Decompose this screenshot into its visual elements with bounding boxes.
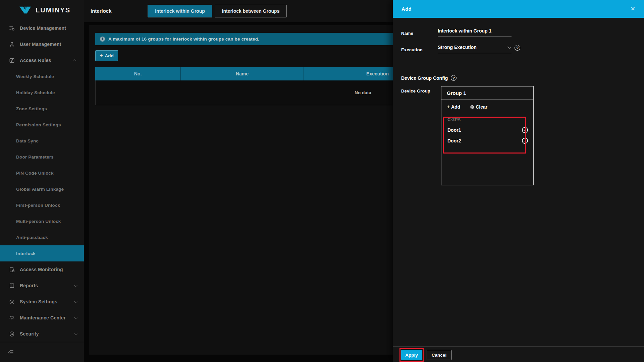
tab-interlock-between-groups[interactable]: Interlock between Groups <box>215 5 287 17</box>
plus-icon: + <box>447 104 450 110</box>
group-toolbar: + Add Clear <box>441 100 533 114</box>
device-group-label: Device Group <box>401 88 430 94</box>
chevron-down-icon <box>74 284 77 287</box>
user-icon <box>9 41 15 48</box>
chevron-down-icon <box>74 332 77 335</box>
sidebar-item-system-settings[interactable]: System Settings <box>0 294 84 310</box>
drawer-header: Add ✕ <box>393 0 644 18</box>
device-row-parent: C-2PA <box>441 114 533 125</box>
info-icon: i <box>100 37 105 42</box>
sidebar-footer <box>0 342 84 362</box>
sidebar: LUMINYS Device Management User Managemen… <box>0 0 84 362</box>
group-add-button[interactable]: + Add <box>447 104 460 110</box>
shield-icon <box>9 331 15 337</box>
chevron-down-icon <box>507 45 511 49</box>
no-data-text: No data <box>355 90 371 95</box>
device-group-config-title: Device Group Config ? <box>401 75 457 81</box>
config-help-icon[interactable]: ? <box>451 75 457 81</box>
execution-label: Execution <box>401 47 423 52</box>
sidebar-item-user-management[interactable]: User Management <box>0 36 84 52</box>
page-title: Interlock <box>91 8 112 14</box>
execution-select[interactable]: Strong Execution <box>438 45 512 53</box>
close-icon[interactable]: ✕ <box>631 5 635 12</box>
luminys-logo-icon <box>19 6 32 14</box>
sidebar-item-access-monitoring[interactable]: Access Monitoring <box>0 261 84 278</box>
add-group-button[interactable]: + Add <box>95 50 118 61</box>
sidebar-item-door-parameters[interactable]: Door Parameters <box>0 149 84 165</box>
chevron-down-icon <box>74 300 77 303</box>
access-rules-icon <box>9 57 15 64</box>
sidebar-item-data-sync[interactable]: Data Sync <box>0 133 84 149</box>
brush-icon <box>470 105 475 110</box>
device-row-door1: Door1 − <box>441 125 533 135</box>
column-header-no: No. <box>95 67 181 80</box>
sidebar-item-permission-settings[interactable]: Permission Settings <box>0 117 84 133</box>
plus-icon: + <box>100 53 103 59</box>
tab-interlock-within-group[interactable]: Interlock within Group <box>148 5 212 17</box>
cancel-button[interactable]: Cancel <box>427 350 451 360</box>
sidebar-item-zone-settings[interactable]: Zone Settings <box>0 101 84 117</box>
chevron-up-icon <box>73 59 76 62</box>
device-row-door2: Door2 − <box>441 135 533 146</box>
remove-device-icon[interactable]: − <box>522 127 528 133</box>
sidebar-item-global-alarm-linkage[interactable]: Global Alarm Linkage <box>0 181 84 197</box>
sidebar-item-maintenance-center[interactable]: Maintenance Center <box>0 310 84 326</box>
gear-icon <box>9 299 15 305</box>
sidebar-item-pin-code-unlock[interactable]: PIN Code Unlock <box>0 165 84 181</box>
group-clear-button[interactable]: Clear <box>470 104 487 110</box>
group-title: Group 1 <box>441 86 533 100</box>
sidebar-item-first-person-unlock[interactable]: First-person Unlock <box>0 197 84 213</box>
device-group-box: Group 1 + Add Clear C-2PA Door1 − Door2 … <box>441 86 534 185</box>
device-list-icon <box>9 25 15 32</box>
sidebar-item-security[interactable]: Security <box>0 326 84 342</box>
remove-device-icon[interactable]: − <box>522 138 528 144</box>
monitoring-icon <box>9 266 15 273</box>
collapse-sidebar-icon[interactable] <box>7 349 14 356</box>
execution-help-icon[interactable]: ? <box>515 45 520 51</box>
brand-name: LUMINYS <box>36 6 70 14</box>
apply-button[interactable]: Apply <box>401 350 422 360</box>
sidebar-item-device-management[interactable]: Device Management <box>0 20 84 36</box>
gauge-icon <box>9 315 15 321</box>
sidebar-item-interlock[interactable]: Interlock <box>0 245 84 261</box>
chevron-down-icon <box>74 316 77 319</box>
sidebar-item-multi-person-unlock[interactable]: Multi-person Unlock <box>0 213 84 229</box>
sidebar-item-reports[interactable]: Reports <box>0 278 84 294</box>
info-banner-text: A maximum of 16 groups for interlock wit… <box>108 37 259 42</box>
sidebar-item-weekly-schedule[interactable]: Weekly Schedule <box>0 68 84 84</box>
add-drawer: Add ✕ Name Interlock within Group 1 Exec… <box>393 0 644 362</box>
drawer-title: Add <box>401 6 412 12</box>
sidebar-item-access-rules[interactable]: Access Rules <box>0 52 84 68</box>
name-input[interactable]: Interlock within Group 1 <box>438 28 512 37</box>
reports-icon <box>9 283 15 289</box>
sidebar-item-holiday-schedule[interactable]: Holiday Schedule <box>0 84 84 101</box>
column-header-name: Name <box>181 67 304 80</box>
brand-logo: LUMINYS <box>0 0 84 20</box>
name-label: Name <box>401 31 413 36</box>
sidebar-item-anti-passback[interactable]: Anti-passback <box>0 229 84 245</box>
drawer-footer: Apply Cancel <box>393 347 644 362</box>
